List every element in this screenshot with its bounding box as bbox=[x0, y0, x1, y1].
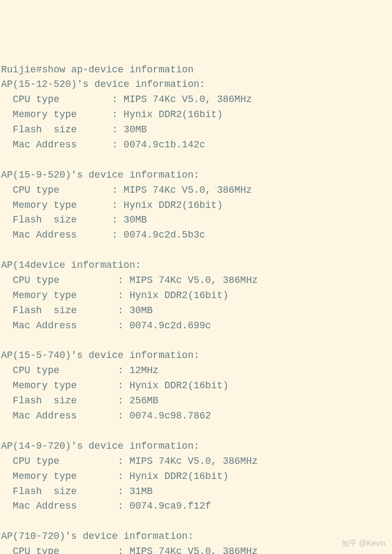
mac-value-2: 0074.9c2d.699c bbox=[130, 320, 211, 331]
mac-label-0: Mac Address : bbox=[1, 139, 124, 150]
mem-label-4: Memory type : bbox=[1, 471, 130, 482]
mac-value-1: 0074.9c2d.5b3c bbox=[124, 229, 205, 240]
mem-value-2: Hynix DDR2(16bit) bbox=[130, 290, 229, 301]
cpu-label-5: CPU type : bbox=[1, 546, 130, 554]
cpu-value-0: MIPS 74Kc V5.0, 386MHz bbox=[124, 94, 252, 105]
cpu-label-2: CPU type : bbox=[1, 275, 130, 286]
watermark: 知乎 @Kevin bbox=[342, 538, 386, 550]
shell-prompt: Ruijie# bbox=[1, 64, 42, 75]
device-header-3: AP(15-5-740)'s device information: bbox=[1, 350, 199, 361]
flash-value-2: 30MB bbox=[130, 305, 153, 316]
flash-value-1: 30MB bbox=[124, 214, 147, 225]
device-header-0: AP(15-12-520)'s device information: bbox=[1, 79, 205, 90]
cpu-value-3: 12MHz bbox=[130, 365, 159, 376]
mac-label-2: Mac Address : bbox=[1, 320, 130, 331]
cpu-label-1: CPU type : bbox=[1, 185, 124, 195]
cpu-value-4: MIPS 74Kc V5.0, 386MHz bbox=[130, 456, 258, 467]
command-text: show ap-device information bbox=[42, 64, 194, 75]
flash-label-2: Flash size : bbox=[1, 305, 130, 316]
mem-label-1: Memory type : bbox=[1, 200, 124, 211]
cpu-label-3: CPU type : bbox=[1, 365, 130, 376]
flash-label-4: Flash size : bbox=[1, 486, 130, 497]
mac-value-3: 0074.9c98.7862 bbox=[130, 410, 211, 421]
cpu-value-2: MIPS 74Kc V5.0, 386MHz bbox=[130, 275, 258, 286]
mac-value-0: 0074.9c1b.142c bbox=[124, 139, 205, 150]
cpu-value-1: MIPS 74Kc V5.0, 386MHz bbox=[124, 185, 252, 195]
device-header-2: AP(14device information: bbox=[1, 260, 141, 271]
mem-value-0: Hynix DDR2(16bit) bbox=[124, 109, 223, 120]
mac-label-3: Mac Address : bbox=[1, 410, 130, 421]
flash-label-1: Flash size : bbox=[1, 214, 124, 225]
mem-label-3: Memory type : bbox=[1, 380, 130, 391]
flash-value-4: 31MB bbox=[130, 486, 153, 497]
device-header-1: AP(15-9-520)'s device information: bbox=[1, 170, 199, 180]
mem-value-1: Hynix DDR2(16bit) bbox=[124, 200, 223, 211]
mac-label-1: Mac Address : bbox=[1, 229, 124, 240]
mac-label-4: Mac Address : bbox=[1, 501, 130, 511]
device-header-5: AP(710-720)'s device information: bbox=[1, 531, 193, 542]
mem-value-4: Hynix DDR2(16bit) bbox=[130, 471, 229, 482]
terminal-output: Ruijie#show ap-device information AP(15-… bbox=[1, 63, 391, 554]
mem-value-3: Hynix DDR2(16bit) bbox=[130, 380, 229, 391]
flash-value-0: 30MB bbox=[124, 124, 147, 135]
mac-value-4: 0074.9ca9.f12f bbox=[130, 501, 211, 511]
mem-label-2: Memory type : bbox=[1, 290, 130, 301]
cpu-label-0: CPU type : bbox=[1, 94, 124, 105]
cpu-value-5: MIPS 74Kc V5.0, 386MHz bbox=[130, 546, 258, 554]
device-header-4: AP(14-9-720)'s device information: bbox=[1, 441, 199, 451]
flash-value-3: 256MB bbox=[130, 395, 159, 406]
cpu-label-4: CPU type : bbox=[1, 456, 130, 467]
flash-label-3: Flash size : bbox=[1, 395, 130, 406]
flash-label-0: Flash size : bbox=[1, 124, 124, 135]
mem-label-0: Memory type : bbox=[1, 109, 124, 120]
